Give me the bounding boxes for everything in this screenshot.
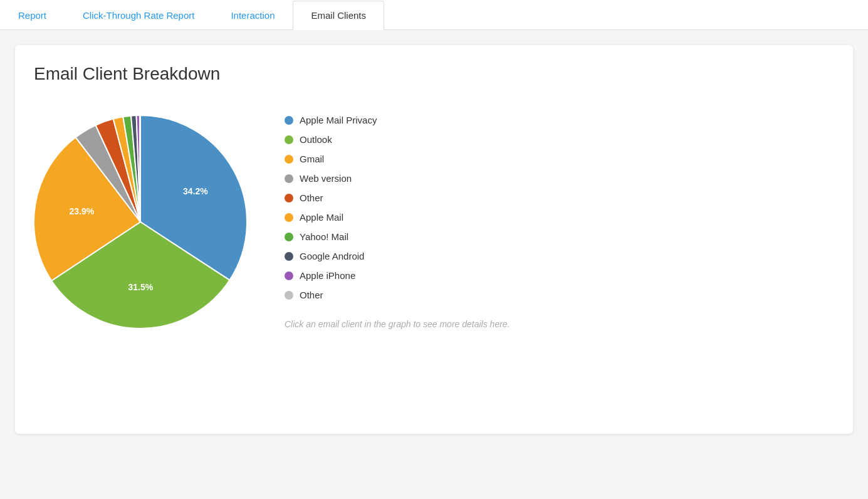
tabs-container: Report Click-Through Rate Report Interac… <box>0 0 868 30</box>
pie-wrapper: 34.2%31.5%23.9% <box>34 103 247 341</box>
card: Email Client Breakdown 34.2%31.5%23.9% A… <box>15 45 853 434</box>
legend-item-2[interactable]: Gmail <box>285 154 510 164</box>
legend-area: Apple Mail PrivacyOutlookGmailWeb versio… <box>285 115 510 300</box>
hint-text: Click an email client in the graph to se… <box>285 319 510 329</box>
chart-area: 34.2%31.5%23.9% Apple Mail PrivacyOutloo… <box>34 103 834 341</box>
pie-label: 23.9% <box>69 206 94 216</box>
legend-dot-7 <box>285 252 293 261</box>
pie-slice-9[interactable] <box>140 115 140 222</box>
legend-label-0: Apple Mail Privacy <box>300 115 377 125</box>
legend-label-5: Apple Mail <box>300 212 343 223</box>
legend-label-2: Gmail <box>300 154 324 164</box>
legend-item-9[interactable]: Other <box>285 290 510 300</box>
legend-label-9: Other <box>300 290 323 300</box>
pie-label: 31.5% <box>128 282 153 292</box>
legend-dot-5 <box>285 213 293 222</box>
legend-dot-6 <box>285 233 293 241</box>
pie-chart-svg[interactable]: 34.2%31.5%23.9% <box>34 103 247 341</box>
legend-dot-9 <box>285 291 293 300</box>
legend-dot-3 <box>285 174 293 183</box>
legend-dot-8 <box>285 271 293 280</box>
right-panel: Apple Mail PrivacyOutlookGmailWeb versio… <box>285 115 510 329</box>
legend-label-6: Yahoo! Mail <box>300 231 348 242</box>
pie-label: 34.2% <box>183 186 208 196</box>
legend-label-4: Other <box>300 192 323 203</box>
legend-item-5[interactable]: Apple Mail <box>285 212 510 223</box>
legend-item-4[interactable]: Other <box>285 192 510 203</box>
legend-item-7[interactable]: Google Android <box>285 251 510 261</box>
tab-interaction[interactable]: Interaction <box>212 1 293 30</box>
legend-label-8: Apple iPhone <box>300 270 355 281</box>
legend-dot-4 <box>285 194 293 202</box>
tab-ctr-report[interactable]: Click-Through Rate Report <box>65 1 212 30</box>
legend-item-0[interactable]: Apple Mail Privacy <box>285 115 510 125</box>
legend-label-7: Google Android <box>300 251 364 261</box>
legend-item-8[interactable]: Apple iPhone <box>285 270 510 281</box>
legend-item-1[interactable]: Outlook <box>285 134 510 145</box>
legend-dot-1 <box>285 135 293 144</box>
main-content: Email Client Breakdown 34.2%31.5%23.9% A… <box>0 30 868 449</box>
legend-label-1: Outlook <box>300 134 332 145</box>
legend-dot-0 <box>285 116 293 125</box>
legend-item-3[interactable]: Web version <box>285 173 510 184</box>
tab-email-clients[interactable]: Email Clients <box>293 1 384 30</box>
legend-label-3: Web version <box>300 173 352 184</box>
legend-dot-2 <box>285 155 293 164</box>
card-title: Email Client Breakdown <box>34 64 834 84</box>
legend-item-6[interactable]: Yahoo! Mail <box>285 231 510 242</box>
tab-report[interactable]: Report <box>0 1 65 30</box>
